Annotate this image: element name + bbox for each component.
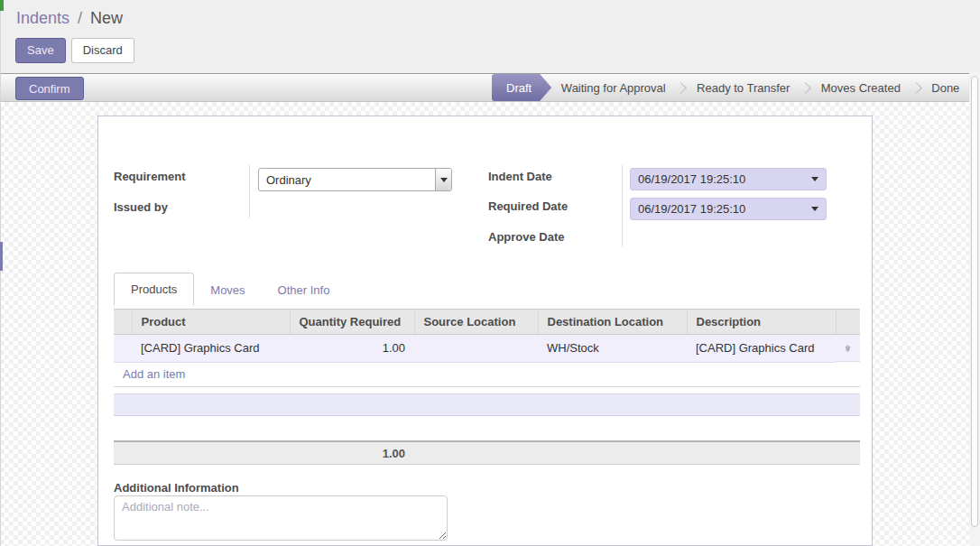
approve-date-label: Approve Date [488,230,565,244]
status-step-draft: Draft [492,74,551,101]
actions-column-header [836,310,860,335]
required-date-label: Required Date [488,199,568,213]
add-item-row: Add an item [114,362,860,387]
products-table-header-row: Product Quantity Required Source Locatio… [114,310,860,335]
save-button[interactable]: Save [15,38,66,63]
indent-date-label: Indent Date [488,170,552,183]
action-bar: Confirm Draft Waiting for Approval Ready… [0,73,980,102]
indent-date-input[interactable]: 06/19/2017 19:25:10 [630,168,827,190]
tab-moves[interactable]: Moves [194,275,261,305]
requirement-label: Requirement [114,170,185,183]
chevron-separator-icon [911,82,922,94]
breadcrumb-current: New [90,9,123,27]
right-group-separator [622,165,623,246]
status-step-waiting-for-approval: Waiting for Approval [551,74,675,101]
destination-location-column-header[interactable]: Destination Location [538,310,687,335]
handle-column-header [114,310,132,335]
row-handle-cell [114,335,132,363]
select-dropdown-button[interactable] [435,169,451,190]
trash-icon [845,342,851,355]
row-quantity-cell[interactable]: 1.00 [290,335,414,363]
quantity-total-bar: 1.00 [114,440,860,465]
status-step-ready-to-transfer: Ready to Transfer [687,74,800,101]
chevron-separator-icon [800,82,811,94]
corner-green-marker [0,0,4,11]
additional-information-label: Additional Information [114,481,239,495]
product-column-header[interactable]: Product [132,310,290,335]
breadcrumb-separator: / [74,9,86,27]
add-an-item-link[interactable]: Add an item [123,367,185,381]
row-source-location-cell[interactable] [414,335,538,363]
left-edge-purple-marker [0,242,3,271]
tab-products[interactable]: Products [114,273,194,305]
products-table: Product Quantity Required Source Locatio… [114,309,860,363]
description-column-header[interactable]: Description [687,310,836,335]
page-header: Indents / New Save Discard [0,0,980,73]
breadcrumb-indents-link[interactable]: Indents [16,9,69,27]
source-location-column-header[interactable]: Source Location [414,310,538,335]
notebook-tabs: Products Moves Other Info [114,273,860,305]
new-row-strip[interactable] [114,393,860,416]
row-description-cell[interactable]: [CARD] Graphics Card [687,335,836,363]
confirm-button[interactable]: Confirm [15,77,84,100]
row-destination-location-cell[interactable]: WH/Stock [538,335,687,363]
tab-other-info[interactable]: Other Info [262,275,347,305]
table-row[interactable]: [CARD] Graphics Card 1.00 WH/Stock [CARD… [114,335,860,363]
status-step-done: Done [922,74,969,101]
requirement-select[interactable]: Ordinary [258,168,452,191]
status-step-moves-created: Moves Created [811,74,911,101]
required-date-input[interactable]: 06/19/2017 19:25:10 [630,198,827,220]
requirement-selected-value: Ordinary [259,173,435,187]
chevron-separator-icon [676,82,688,94]
caret-down-icon [811,177,818,181]
indent-date-value: 06/19/2017 19:25:10 [638,172,811,186]
window-left-edge [0,0,1,546]
discard-button[interactable]: Discard [71,38,134,63]
row-product-cell[interactable]: [CARD] Graphics Card [132,335,290,363]
quantity-total-value: 1.00 [114,447,414,460]
issued-by-label: Issued by [114,200,168,214]
additional-note-textarea[interactable] [114,495,448,541]
delete-row-button[interactable] [836,335,860,362]
left-group-separator [249,165,250,217]
header-buttons: Save Discard [15,38,134,63]
caret-down-icon [440,178,448,182]
breadcrumb: Indents / New [16,9,123,28]
quantity-required-column-header[interactable]: Quantity Required [290,310,414,335]
statusbar: Draft Waiting for Approval Ready to Tran… [492,74,969,101]
vertical-scrollbar-thumb[interactable] [971,76,978,527]
caret-down-icon [811,207,818,211]
form-sheet: Requirement Issued by Ordinary Indent Da… [97,116,873,546]
app-window: Indents / New Save Discard Confirm Draft… [0,0,980,546]
required-date-value: 06/19/2017 19:25:10 [638,202,811,216]
vertical-scrollbar-track[interactable] [969,72,980,546]
